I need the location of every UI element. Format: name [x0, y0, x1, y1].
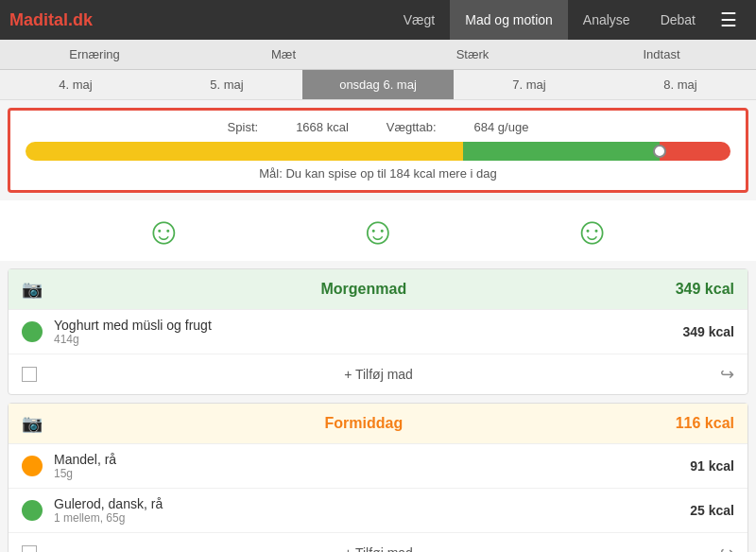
sub-navigation: Ernæring Mæt Stærk Indtast	[0, 40, 756, 70]
food-weight-mandel: 15g	[54, 467, 690, 480]
food-dot-mandel	[22, 456, 43, 476]
spist-label: Spist:	[228, 120, 259, 134]
meal-title-morgenmad: Morgenmad	[52, 281, 676, 298]
food-dot-gulerod	[22, 500, 43, 521]
smiley-3: ☺	[573, 212, 611, 250]
add-checkbox-formiddag[interactable]	[22, 545, 37, 552]
add-row-formiddag: + Tilføj mad ↪	[9, 533, 747, 552]
meal-title-formiddag: Formiddag	[52, 415, 676, 432]
hamburger-menu[interactable]: ☰	[711, 9, 747, 31]
date-6-maj[interactable]: onsdag 6. maj	[302, 70, 454, 99]
smiley-row: ☺ ☺ ☺	[0, 200, 756, 261]
vaegttab-label: Vægttab:	[387, 120, 437, 134]
nav-vaegt[interactable]: Vægt	[388, 0, 450, 40]
bar-yellow	[26, 142, 463, 161]
progress-goal: Mål: Du kan spise op til 184 kcal mere i…	[26, 166, 730, 181]
food-row-gulerod: Gulerod, dansk, rå 1 mellem, 65g 25 kcal	[9, 489, 747, 533]
smiley-1: ☺	[145, 212, 183, 250]
food-row-mandel: Mandel, rå 15g 91 kcal	[9, 444, 747, 489]
progress-bar-bg	[26, 142, 730, 161]
spist-value: 1668 kcal	[296, 120, 349, 134]
subnav-indtast[interactable]: Indtast	[567, 40, 756, 69]
food-info-gulerod: Gulerod, dansk, rå 1 mellem, 65g	[54, 496, 690, 525]
meal-kcal-morgenmad: 349 kcal	[676, 281, 734, 298]
header: Madital.dk Vægt Mad og motion Analyse De…	[0, 0, 756, 40]
date-8-maj[interactable]: 8. maj	[605, 70, 756, 99]
food-name-yoghurt: Yoghurt med müsli og frugt	[54, 318, 683, 333]
meal-header-morgenmad: 📷 Morgenmad 349 kcal	[9, 269, 747, 310]
vaegttab-value: 684 g/uge	[474, 120, 529, 134]
logo-text: Mad	[9, 10, 43, 29]
meal-header-formiddag: 📷 Formiddag 116 kcal	[9, 404, 747, 444]
food-kcal-gulerod: 25 kcal	[690, 503, 734, 518]
add-food-formiddag[interactable]: + Tilføj mad	[344, 545, 413, 552]
logo-suffix: tal.dk	[48, 10, 93, 29]
nav-debat[interactable]: Debat	[645, 0, 711, 40]
add-checkbox-morgenmad[interactable]	[22, 367, 37, 382]
food-kcal-yoghurt: 349 kcal	[683, 324, 735, 339]
progress-bar	[26, 142, 730, 161]
subnav-maet[interactable]: Mæt	[189, 40, 378, 69]
food-info-yoghurt: Yoghurt med müsli og frugt 414g	[54, 318, 683, 346]
camera-icon-formiddag: 📷	[22, 413, 43, 434]
subnav-staerk[interactable]: Stærk	[378, 40, 567, 69]
meal-formiddag: 📷 Formiddag 116 kcal Mandel, rå 15g 91 k…	[8, 403, 748, 552]
meal-kcal-formiddag: 116 kcal	[676, 415, 734, 432]
date-navigation: 4. maj 5. maj onsdag 6. maj 7. maj 8. ma…	[0, 70, 756, 100]
date-7-maj[interactable]: 7. maj	[454, 70, 605, 99]
meal-morgenmad: 📷 Morgenmad 349 kcal Yoghurt med müsli o…	[8, 268, 748, 395]
date-5-maj[interactable]: 5. maj	[151, 70, 302, 99]
bar-red	[660, 142, 730, 161]
progress-stats: Spist: 1668 kcal Vægttab: 684 g/uge	[26, 120, 730, 134]
food-dot-yoghurt	[22, 321, 43, 342]
smiley-2: ☺	[359, 212, 398, 250]
share-icon-morgenmad[interactable]: ↪	[720, 364, 734, 385]
logo: Madital.dk	[9, 10, 93, 30]
food-info-mandel: Mandel, rå 15g	[54, 452, 690, 480]
subnav-ernaering[interactable]: Ernæring	[0, 40, 189, 69]
progress-section: Spist: 1668 kcal Vægttab: 684 g/uge Mål:…	[8, 108, 748, 193]
food-name-gulerod: Gulerod, dansk, rå	[54, 496, 690, 511]
food-weight-gulerod: 1 mellem, 65g	[54, 511, 690, 525]
food-row-yoghurt: Yoghurt med müsli og frugt 414g 349 kcal	[9, 310, 747, 354]
add-food-morgenmad[interactable]: + Tilføj mad	[344, 367, 413, 382]
nav-analyse[interactable]: Analyse	[568, 0, 645, 40]
food-name-mandel: Mandel, rå	[54, 452, 690, 467]
share-icon-formiddag[interactable]: ↪	[720, 543, 734, 552]
food-weight-yoghurt: 414g	[54, 333, 683, 346]
nav-mad-og-motion[interactable]: Mad og motion	[450, 0, 568, 40]
camera-icon-morgenmad: 📷	[22, 279, 43, 300]
progress-thumb	[653, 145, 666, 158]
add-row-morgenmad: + Tilføj mad ↪	[9, 354, 747, 394]
bar-green	[463, 142, 661, 161]
date-4-maj[interactable]: 4. maj	[0, 70, 151, 99]
main-nav: Vægt Mad og motion Analyse Debat ☰	[388, 0, 747, 40]
food-kcal-mandel: 91 kcal	[690, 458, 734, 474]
